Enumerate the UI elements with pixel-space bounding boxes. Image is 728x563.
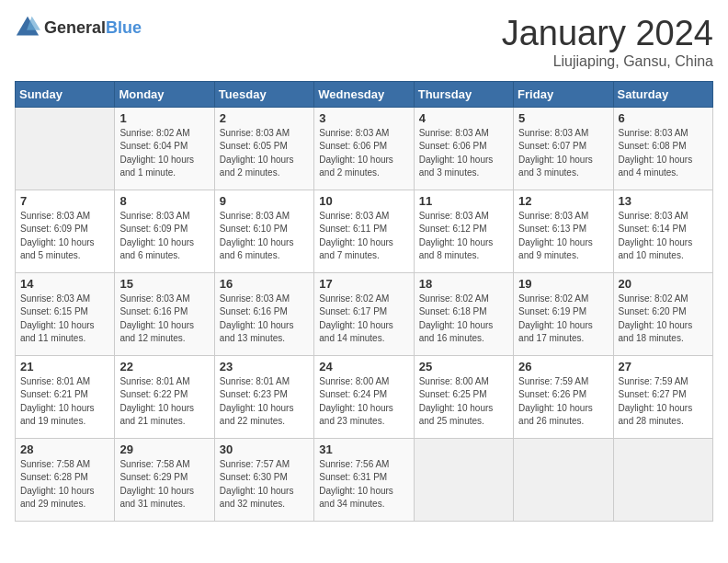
week-row-1: 1Sunrise: 8:02 AM Sunset: 6:04 PM Daylig… — [16, 107, 713, 190]
day-number: 20 — [619, 277, 708, 291]
day-info: Sunrise: 8:02 AM Sunset: 6:19 PM Dayligh… — [518, 293, 608, 346]
day-cell: 3Sunrise: 8:03 AM Sunset: 6:06 PM Daylig… — [314, 107, 414, 190]
day-number: 22 — [119, 360, 209, 373]
logo-general: General — [44, 18, 106, 37]
day-number: 28 — [20, 442, 109, 456]
day-info: Sunrise: 7:58 AM Sunset: 6:29 PM Dayligh… — [119, 458, 209, 511]
day-cell: 30Sunrise: 7:57 AM Sunset: 6:30 PM Dayli… — [214, 438, 313, 521]
day-cell: 15Sunrise: 8:03 AM Sunset: 6:16 PM Dayli… — [115, 272, 214, 355]
day-info: Sunrise: 8:03 AM Sunset: 6:10 PM Dayligh… — [220, 210, 309, 263]
day-cell: 2Sunrise: 8:03 AM Sunset: 6:05 PM Daylig… — [214, 107, 313, 190]
day-number: 2 — [220, 111, 309, 125]
day-info: Sunrise: 8:01 AM Sunset: 6:21 PM Dayligh… — [20, 375, 109, 429]
day-cell: 21Sunrise: 8:01 AM Sunset: 6:21 PM Dayli… — [16, 355, 115, 438]
day-cell: 4Sunrise: 8:03 AM Sunset: 6:06 PM Daylig… — [414, 107, 513, 190]
header-cell-tuesday: Tuesday — [214, 81, 313, 107]
day-info: Sunrise: 8:03 AM Sunset: 6:11 PM Dayligh… — [319, 210, 408, 263]
day-number: 26 — [518, 360, 608, 373]
day-cell: 10Sunrise: 8:03 AM Sunset: 6:11 PM Dayli… — [314, 190, 414, 272]
day-number: 23 — [220, 360, 309, 373]
day-info: Sunrise: 8:02 AM Sunset: 6:18 PM Dayligh… — [419, 293, 508, 346]
day-cell — [514, 438, 613, 521]
week-row-2: 7Sunrise: 8:03 AM Sunset: 6:09 PM Daylig… — [16, 190, 713, 272]
day-number: 31 — [319, 442, 408, 456]
day-number: 27 — [619, 360, 708, 373]
day-info: Sunrise: 8:03 AM Sunset: 6:09 PM Dayligh… — [119, 210, 209, 263]
calendar-header: SundayMondayTuesdayWednesdayThursdayFrid… — [16, 81, 713, 107]
day-number: 7 — [20, 194, 109, 208]
day-number: 10 — [319, 194, 408, 208]
day-number: 1 — [119, 111, 209, 125]
day-info: Sunrise: 8:00 AM Sunset: 6:24 PM Dayligh… — [319, 375, 408, 429]
header-cell-friday: Friday — [514, 81, 613, 107]
day-cell: 9Sunrise: 8:03 AM Sunset: 6:10 PM Daylig… — [214, 190, 313, 272]
calendar-body: 1Sunrise: 8:02 AM Sunset: 6:04 PM Daylig… — [16, 107, 713, 521]
day-number: 29 — [119, 442, 209, 456]
day-cell: 26Sunrise: 7:59 AM Sunset: 6:26 PM Dayli… — [514, 355, 613, 438]
day-cell: 5Sunrise: 8:03 AM Sunset: 6:07 PM Daylig… — [514, 107, 613, 190]
day-number: 30 — [220, 442, 309, 456]
day-info: Sunrise: 8:03 AM Sunset: 6:12 PM Dayligh… — [419, 210, 508, 263]
day-number: 6 — [619, 111, 708, 125]
day-info: Sunrise: 8:03 AM Sunset: 6:07 PM Dayligh… — [518, 127, 608, 180]
day-cell: 1Sunrise: 8:02 AM Sunset: 6:04 PM Daylig… — [115, 107, 214, 190]
day-number: 19 — [518, 277, 608, 291]
day-number: 3 — [319, 111, 408, 125]
header-cell-thursday: Thursday — [414, 81, 513, 107]
day-info: Sunrise: 8:03 AM Sunset: 6:06 PM Dayligh… — [319, 127, 408, 180]
day-info: Sunrise: 8:01 AM Sunset: 6:22 PM Dayligh… — [119, 375, 209, 429]
day-info: Sunrise: 7:59 AM Sunset: 6:27 PM Dayligh… — [619, 375, 708, 429]
day-info: Sunrise: 7:57 AM Sunset: 6:30 PM Dayligh… — [220, 458, 309, 511]
day-info: Sunrise: 7:56 AM Sunset: 6:31 PM Dayligh… — [319, 458, 408, 511]
day-cell: 27Sunrise: 7:59 AM Sunset: 6:27 PM Dayli… — [613, 355, 712, 438]
day-cell: 18Sunrise: 8:02 AM Sunset: 6:18 PM Dayli… — [414, 272, 513, 355]
day-info: Sunrise: 8:03 AM Sunset: 6:16 PM Dayligh… — [119, 293, 209, 346]
day-info: Sunrise: 8:03 AM Sunset: 6:16 PM Dayligh… — [220, 293, 309, 346]
day-info: Sunrise: 8:03 AM Sunset: 6:13 PM Dayligh… — [518, 210, 608, 263]
month-year-title: January 2024 — [502, 15, 713, 53]
header-cell-saturday: Saturday — [613, 81, 712, 107]
day-cell: 12Sunrise: 8:03 AM Sunset: 6:13 PM Dayli… — [514, 190, 613, 272]
day-info: Sunrise: 8:00 AM Sunset: 6:25 PM Dayligh… — [419, 375, 508, 429]
day-number: 14 — [20, 277, 109, 291]
day-info: Sunrise: 7:59 AM Sunset: 6:26 PM Dayligh… — [518, 375, 608, 429]
title-block: January 2024 Liujiaping, Gansu, China — [502, 15, 713, 70]
day-number: 16 — [220, 277, 309, 291]
week-row-4: 21Sunrise: 8:01 AM Sunset: 6:21 PM Dayli… — [16, 355, 713, 438]
page-header: GeneralBlue January 2024 Liujiaping, Gan… — [15, 15, 713, 70]
day-info: Sunrise: 8:03 AM Sunset: 6:06 PM Dayligh… — [419, 127, 508, 180]
day-cell: 23Sunrise: 8:01 AM Sunset: 6:23 PM Dayli… — [214, 355, 313, 438]
day-number: 8 — [119, 194, 209, 208]
day-number: 15 — [119, 277, 209, 291]
logo-blue: Blue — [106, 18, 142, 37]
day-number: 11 — [419, 194, 508, 208]
day-info: Sunrise: 8:02 AM Sunset: 6:04 PM Dayligh… — [119, 127, 209, 180]
day-info: Sunrise: 7:58 AM Sunset: 6:28 PM Dayligh… — [20, 458, 109, 511]
day-cell: 13Sunrise: 8:03 AM Sunset: 6:14 PM Dayli… — [613, 190, 712, 272]
day-cell — [613, 438, 712, 521]
day-cell: 6Sunrise: 8:03 AM Sunset: 6:08 PM Daylig… — [613, 107, 712, 190]
day-number: 4 — [419, 111, 508, 125]
header-cell-wednesday: Wednesday — [314, 81, 414, 107]
day-cell: 11Sunrise: 8:03 AM Sunset: 6:12 PM Dayli… — [414, 190, 513, 272]
day-cell: 31Sunrise: 7:56 AM Sunset: 6:31 PM Dayli… — [314, 438, 414, 521]
week-row-5: 28Sunrise: 7:58 AM Sunset: 6:28 PM Dayli… — [16, 438, 713, 521]
day-number: 5 — [518, 111, 608, 125]
location-subtitle: Liujiaping, Gansu, China — [502, 53, 713, 70]
day-number: 9 — [220, 194, 309, 208]
day-info: Sunrise: 8:02 AM Sunset: 6:17 PM Dayligh… — [319, 293, 408, 346]
day-cell: 17Sunrise: 8:02 AM Sunset: 6:17 PM Dayli… — [314, 272, 414, 355]
day-number: 24 — [319, 360, 408, 373]
logo-text: GeneralBlue — [44, 18, 142, 38]
day-info: Sunrise: 8:03 AM Sunset: 6:09 PM Dayligh… — [20, 210, 109, 263]
header-cell-monday: Monday — [115, 81, 214, 107]
day-info: Sunrise: 8:03 AM Sunset: 6:14 PM Dayligh… — [619, 210, 708, 263]
logo: GeneralBlue — [15, 15, 142, 40]
day-cell: 24Sunrise: 8:00 AM Sunset: 6:24 PM Dayli… — [314, 355, 414, 438]
week-row-3: 14Sunrise: 8:03 AM Sunset: 6:15 PM Dayli… — [16, 272, 713, 355]
day-number: 25 — [419, 360, 508, 373]
day-cell: 7Sunrise: 8:03 AM Sunset: 6:09 PM Daylig… — [16, 190, 115, 272]
day-cell: 25Sunrise: 8:00 AM Sunset: 6:25 PM Dayli… — [414, 355, 513, 438]
day-info: Sunrise: 8:03 AM Sunset: 6:05 PM Dayligh… — [220, 127, 309, 180]
day-cell: 8Sunrise: 8:03 AM Sunset: 6:09 PM Daylig… — [115, 190, 214, 272]
